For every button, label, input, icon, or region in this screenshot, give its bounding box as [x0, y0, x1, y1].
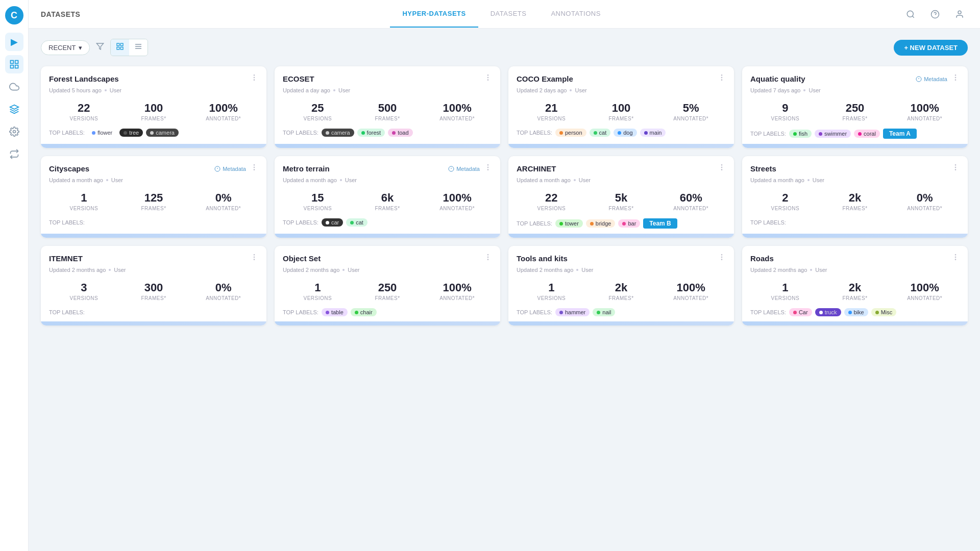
label-chip: coral	[854, 130, 880, 138]
label-chip: nail	[593, 308, 615, 316]
tab-annotations[interactable]: ANNOTATIONS	[538, 1, 612, 28]
meta-separator	[803, 89, 805, 91]
card-menu-icon[interactable]	[718, 73, 726, 84]
top-labels-title: TOP LABELS:	[49, 130, 85, 136]
grid-view-button[interactable]	[111, 39, 129, 56]
svg-point-38	[254, 167, 254, 167]
sidebar-icon-settings[interactable]	[5, 122, 23, 141]
sidebar-icon-datasets[interactable]	[5, 55, 23, 73]
user-icon[interactable]	[951, 6, 968, 22]
frames-value: 125	[119, 191, 189, 205]
svg-point-5	[13, 131, 15, 133]
card-menu-icon[interactable]	[951, 163, 960, 174]
versions-label: VERSIONS	[49, 295, 119, 301]
versions-label: VERSIONS	[283, 295, 353, 301]
annotated-value: 100%	[422, 281, 492, 294]
tab-hyper-datasets[interactable]: HYPER-DATASETS	[390, 1, 478, 28]
annotated-value: 60%	[656, 191, 726, 205]
versions-value: 22	[517, 191, 586, 205]
recent-filter-button[interactable]: RECENT ▾	[41, 40, 90, 55]
card-footer-bar	[508, 321, 734, 325]
svg-point-37	[254, 165, 254, 165]
frames-value: 5k	[586, 191, 656, 205]
card-stats: 1 VERSIONS 2k FRAMES* 100% ANNOTATED*	[508, 277, 734, 305]
dataset-card[interactable]: RoadsUpdated 2 months agoUser 1 VERSIONS…	[742, 246, 968, 325]
svg-point-22	[487, 75, 488, 76]
card-menu-icon[interactable]	[484, 163, 492, 174]
topnav-actions	[902, 6, 968, 22]
card-menu-icon[interactable]	[484, 253, 492, 264]
card-footer-bar	[742, 144, 968, 148]
card-updated: Updated a month ago	[517, 177, 571, 183]
sidebar-icon-transfer[interactable]	[5, 145, 23, 163]
versions-value: 3	[49, 281, 119, 294]
list-view-button[interactable]	[129, 39, 148, 56]
stat-frames: 300 FRAMES*	[119, 281, 189, 301]
new-dataset-button[interactable]: + NEW DATASET	[894, 40, 968, 56]
sidebar-icon-pipelines[interactable]: ▶	[5, 33, 23, 51]
card-menu-icon[interactable]	[250, 163, 258, 174]
help-icon[interactable]	[927, 6, 943, 22]
card-header: Streets	[742, 156, 968, 176]
card-menu-icon[interactable]	[718, 163, 726, 174]
card-user: User	[111, 177, 123, 183]
card-menu-icon[interactable]	[484, 73, 492, 84]
svg-point-10	[958, 11, 961, 14]
sidebar-icon-layers[interactable]	[5, 100, 23, 118]
dataset-card[interactable]: ARCHINETUpdated a month agoUser 22 VERSI…	[508, 156, 734, 238]
svg-point-62	[955, 257, 955, 257]
app-logo[interactable]: C	[5, 6, 23, 24]
card-menu-icon[interactable]	[951, 253, 960, 264]
stat-annotated: 100% ANNOTATED*	[890, 102, 960, 121]
dataset-card[interactable]: Forest LandscapesUpdated 5 hours agoUser…	[41, 66, 266, 148]
dataset-card[interactable]: Cityscapes MetadataUpdated a month agoUs…	[41, 156, 266, 238]
label-chip: forest	[357, 129, 385, 137]
stat-frames: 5k FRAMES*	[586, 191, 656, 211]
svg-point-63	[955, 259, 955, 260]
top-labels-title: TOP LABELS:	[517, 220, 552, 227]
card-meta: Updated 2 months agoUser	[275, 266, 500, 277]
top-labels-title: TOP LABELS:	[517, 309, 552, 315]
dataset-card[interactable]: Metro terrain MetadataUpdated a month ag…	[275, 156, 500, 238]
top-labels-title: TOP LABELS:	[283, 130, 318, 136]
search-icon[interactable]	[902, 6, 919, 22]
dataset-card[interactable]: Aquatic quality MetadataUpdated 7 days a…	[742, 66, 968, 148]
dataset-card[interactable]: Tools and kitsUpdated 2 months agoUser 1…	[508, 246, 734, 325]
annotated-label: ANNOTATED*	[422, 295, 492, 301]
card-header: Cityscapes Metadata	[41, 156, 266, 176]
dataset-card[interactable]: Object SetUpdated 2 months agoUser 1 VER…	[275, 246, 500, 325]
label-dot-icon	[597, 311, 600, 314]
top-labels-title: TOP LABELS:	[750, 309, 786, 315]
card-menu-icon[interactable]	[250, 73, 258, 84]
sidebar-icon-cloud[interactable]	[5, 78, 23, 96]
dataset-card[interactable]: ITEMNETUpdated 2 months agoUser 3 VERSIO…	[41, 246, 266, 325]
dataset-card[interactable]: StreetsUpdated a month agoUser 2 VERSION…	[742, 156, 968, 238]
meta-separator	[570, 89, 572, 91]
top-labels-title: TOP LABELS:	[283, 219, 318, 226]
stat-frames: 2k FRAMES*	[820, 281, 890, 301]
card-menu-icon[interactable]	[951, 73, 960, 84]
dataset-card[interactable]: ECOSETUpdated a day agoUser 25 VERSIONS …	[275, 66, 500, 148]
dataset-card[interactable]: COCO ExampleUpdated 2 days agoUser 21 VE…	[508, 66, 734, 148]
label-dot-icon	[326, 131, 329, 135]
annotated-value: 5%	[656, 102, 726, 115]
card-menu-icon[interactable]	[718, 253, 726, 264]
stat-frames: 250 FRAMES*	[820, 102, 890, 121]
stat-annotated: 100% ANNOTATED*	[656, 281, 726, 301]
card-title: ITEMNET	[49, 254, 83, 263]
label-dot-icon	[392, 131, 396, 135]
versions-value: 1	[750, 281, 820, 294]
label-dot-icon	[819, 132, 822, 136]
label-chip: bridge	[586, 219, 616, 228]
stat-frames: 100 FRAMES*	[119, 102, 189, 121]
card-title: Aquatic quality	[750, 74, 805, 83]
svg-point-39	[254, 169, 254, 170]
tab-datasets[interactable]: DATASETS	[478, 1, 539, 28]
label-dot-icon	[361, 131, 365, 135]
card-menu-icon[interactable]	[250, 253, 258, 264]
filter-icon[interactable]	[96, 42, 104, 53]
svg-point-31	[955, 75, 955, 76]
label-dot-icon	[590, 222, 594, 226]
label-dot-icon	[124, 131, 127, 135]
top-labels-title: TOP LABELS:	[517, 130, 552, 136]
